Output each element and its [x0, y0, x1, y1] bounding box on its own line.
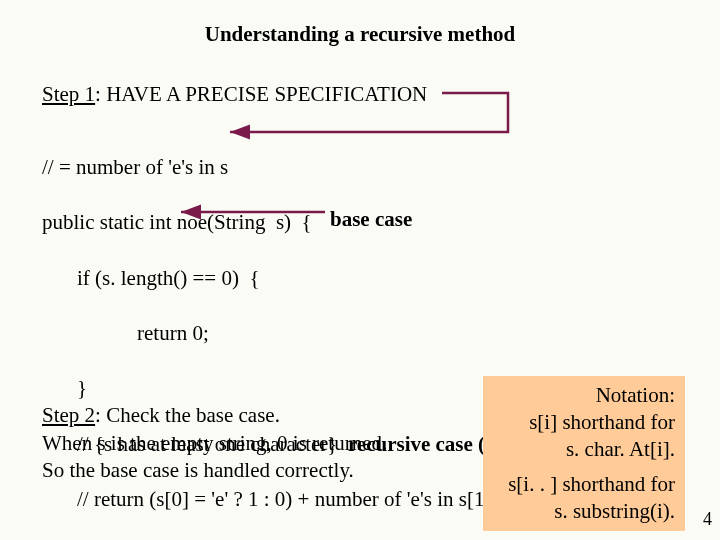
code-line-4: return 0;	[42, 320, 663, 348]
step2-label: Step 2	[42, 403, 95, 427]
step2-text1: : Check the base case.	[95, 403, 280, 427]
note-l4: s[i. . ] shorthand for	[489, 471, 675, 498]
notation-box: Notation: s[i] shorthand for s. char. At…	[483, 376, 685, 531]
note-l5: s. substring(i).	[489, 498, 675, 525]
note-l2: s[i] shorthand for	[489, 409, 675, 436]
page-number: 4	[703, 509, 712, 530]
base-case-label: base case	[330, 207, 412, 232]
step1-label: Step 1	[42, 82, 95, 106]
step2-block: Step 2: Check the base case. When s is t…	[42, 402, 387, 485]
step2-text2: When s is the empty string, 0 is returne…	[42, 430, 387, 458]
note-l3: s. char. At[i].	[489, 436, 675, 463]
step1-line: Step 1: HAVE A PRECISE SPECIFICATION	[42, 82, 427, 107]
code-line-3: if (s. length() == 0) {	[42, 265, 663, 293]
slide-title: Understanding a recursive method	[0, 22, 720, 47]
step2-text3: So the base case is handled correctly.	[42, 457, 387, 485]
note-l1: Notation:	[489, 382, 675, 409]
code-line-1: // = number of 'e's in s	[42, 154, 663, 182]
step1-text: : HAVE A PRECISE SPECIFICATION	[95, 82, 427, 106]
